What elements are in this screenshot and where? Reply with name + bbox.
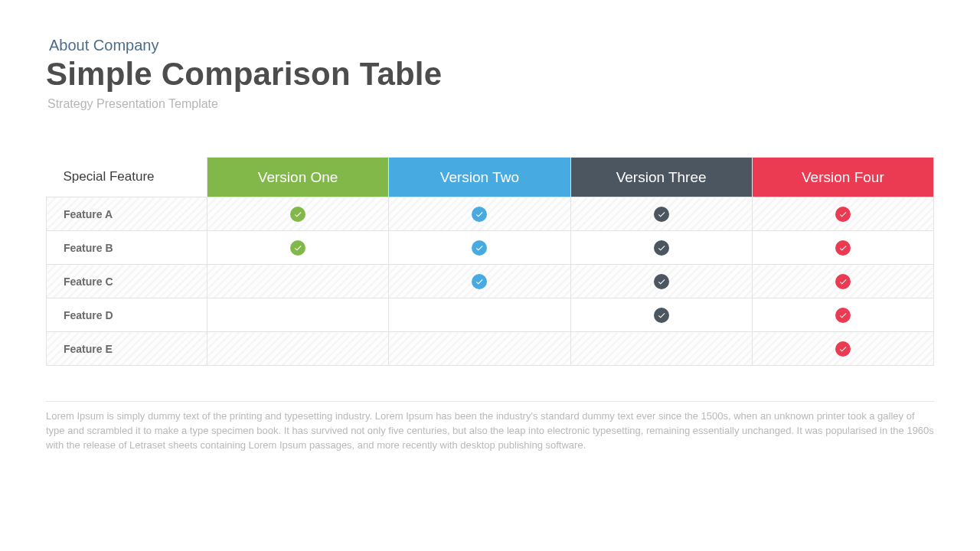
footnote-divider [46,401,934,402]
column-header-version-two: Version Two [389,158,570,197]
feature-cell [570,298,752,332]
check-icon [835,308,851,323]
table-body: Feature AFeature BFeature CFeature DFeat… [47,197,934,366]
feature-cell [207,231,389,265]
feature-cell [389,332,570,366]
feature-cell [207,298,389,332]
check-icon [835,207,851,222]
feature-cell [207,197,389,231]
check-icon [835,341,851,357]
check-icon [835,240,851,256]
check-icon [472,207,487,222]
check-icon [654,240,669,256]
feature-label: Feature D [47,298,207,332]
check-icon [654,308,669,323]
feature-label: Feature C [47,265,207,298]
comparison-table: Special Feature Version One Version Two … [46,157,934,366]
footnote-text: Lorem Ipsum is simply dummy text of the … [46,409,934,453]
feature-cell [752,298,933,332]
row-header-label: Special Feature [47,158,207,197]
slide: About Company Simple Comparison Table St… [0,0,980,551]
check-icon [472,274,487,289]
feature-label: Feature A [47,197,207,231]
table-header-row: Special Feature Version One Version Two … [47,158,934,197]
feature-cell [570,231,752,265]
feature-cell [752,197,933,231]
page-subtitle: Strategy Presentation Template [47,97,934,111]
table-row: Feature D [47,298,934,332]
table-row: Feature B [47,231,934,265]
feature-cell [207,332,389,366]
feature-cell [570,265,752,298]
column-header-version-three: Version Three [570,158,752,197]
feature-cell [389,298,570,332]
feature-cell [389,197,570,231]
feature-label: Feature E [47,332,207,366]
check-icon [472,240,487,256]
check-icon [290,240,305,256]
table-row: Feature C [47,265,934,298]
column-header-version-one: Version One [207,158,389,197]
column-header-version-four: Version Four [752,158,933,197]
check-icon [290,207,305,222]
feature-cell [752,231,933,265]
check-icon [835,274,851,289]
check-icon [654,207,669,222]
feature-cell [389,231,570,265]
feature-cell [207,265,389,298]
eyebrow-text: About Company [49,37,934,54]
check-icon [654,274,669,289]
page-title: Simple Comparison Table [46,56,934,93]
feature-cell [389,265,570,298]
table-row: Feature E [47,332,934,366]
feature-cell [752,265,933,298]
feature-cell [570,332,752,366]
feature-cell [752,332,933,366]
feature-label: Feature B [47,231,207,265]
feature-cell [570,197,752,231]
table-row: Feature A [47,197,934,231]
